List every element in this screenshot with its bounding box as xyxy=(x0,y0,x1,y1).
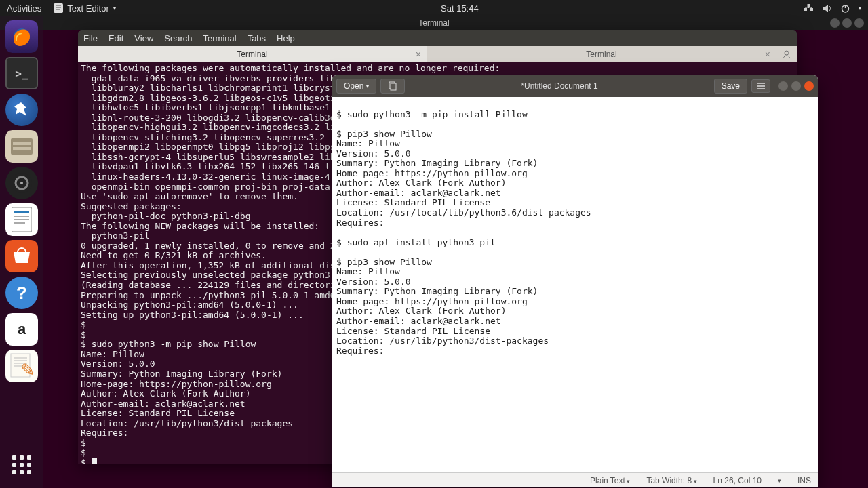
terminal-cursor xyxy=(92,458,97,464)
terminal-window-titlebar: Terminal xyxy=(0,16,868,30)
chevron-down-icon[interactable]: ▾ xyxy=(778,477,781,484)
text-cursor xyxy=(384,346,384,356)
dock: ? a xyxy=(0,16,43,488)
gedit-headerbar: Open▾ *Untitled Document 1 Save xyxy=(332,75,818,97)
close-icon[interactable]: × xyxy=(765,49,770,60)
maximize-button[interactable] xyxy=(842,18,852,28)
svg-rect-15 xyxy=(14,219,29,220)
chevron-down-icon[interactable]: ▾ xyxy=(859,5,861,12)
dock-thunderbird[interactable] xyxy=(5,94,38,126)
chevron-down-icon: ▾ xyxy=(366,83,369,89)
terminal-menubar: File Edit View Search Terminal Tabs Help xyxy=(78,30,797,46)
editor-textarea[interactable]: $ sudo python3 -m pip install Pillow $ p… xyxy=(332,97,818,472)
close-button[interactable] xyxy=(804,81,814,91)
dock-files[interactable] xyxy=(5,130,38,163)
dock-help[interactable]: ? xyxy=(5,277,38,309)
svg-rect-14 xyxy=(14,216,29,217)
network-icon[interactable] xyxy=(804,3,814,14)
dock-amazon[interactable]: a xyxy=(5,313,38,346)
gedit-window: Open▾ *Untitled Document 1 Save $ sudo p… xyxy=(332,75,818,487)
document-title: *Untitled Document 1 xyxy=(409,81,709,91)
close-icon[interactable]: × xyxy=(416,49,421,60)
terminal-tab-2[interactable]: Terminal × xyxy=(427,46,776,62)
new-document-icon xyxy=(388,81,397,91)
menu-file[interactable]: File xyxy=(83,33,98,43)
text-editor-icon xyxy=(54,3,63,13)
svg-rect-16 xyxy=(14,222,25,224)
svg-rect-3 xyxy=(808,4,810,7)
volume-icon[interactable] xyxy=(822,3,832,14)
menu-tabs[interactable]: Tabs xyxy=(248,33,266,43)
svg-rect-2 xyxy=(810,8,813,11)
menu-view[interactable]: View xyxy=(134,33,153,43)
top-panel: Activities Text Editor ▾ Sat 15:44 ▾ xyxy=(0,0,868,16)
minimize-button[interactable] xyxy=(830,18,840,28)
svg-rect-1 xyxy=(804,8,807,11)
menu-edit[interactable]: Edit xyxy=(108,33,123,43)
svg-rect-8 xyxy=(13,147,31,150)
gedit-statusbar: Plain Text Tab Width: 8 Ln 26, Col 10 ▾ … xyxy=(332,472,818,487)
maximize-button[interactable] xyxy=(791,81,801,91)
tab-width-selector[interactable]: Tab Width: 8 xyxy=(646,476,696,485)
menu-help[interactable]: Help xyxy=(277,33,295,43)
window-title: Terminal xyxy=(418,18,449,28)
tab-label: Terminal xyxy=(237,49,267,59)
svg-rect-0 xyxy=(54,3,63,13)
dock-ubuntu-software[interactable] xyxy=(5,240,38,272)
hamburger-icon xyxy=(756,82,766,90)
dock-rhythmbox[interactable] xyxy=(5,167,38,199)
dock-gedit[interactable] xyxy=(5,350,38,382)
terminal-tab-1[interactable]: Terminal × xyxy=(78,46,427,62)
dock-libreoffice-writer[interactable] xyxy=(5,203,38,236)
save-button[interactable]: Save xyxy=(714,79,747,94)
new-tab-button[interactable] xyxy=(380,79,405,94)
app-menu[interactable]: Text Editor ▾ xyxy=(54,3,115,14)
dock-terminal[interactable] xyxy=(5,57,38,89)
new-tab-button[interactable] xyxy=(776,46,797,62)
svg-rect-20 xyxy=(391,83,396,90)
clock[interactable]: Sat 15:44 xyxy=(116,3,804,14)
svg-rect-17 xyxy=(11,354,30,377)
terminal-tabbar: Terminal × Terminal × xyxy=(78,46,797,62)
dock-firefox[interactable] xyxy=(5,20,38,53)
svg-rect-6 xyxy=(11,138,33,155)
app-menu-label: Text Editor xyxy=(67,3,108,14)
insert-mode[interactable]: INS xyxy=(797,476,811,485)
menu-terminal[interactable]: Terminal xyxy=(203,33,237,43)
svg-point-11 xyxy=(20,182,23,184)
tab-label: Terminal xyxy=(586,49,616,59)
syntax-selector[interactable]: Plain Text xyxy=(590,476,630,485)
close-button[interactable] xyxy=(854,18,864,28)
dock-show-applications[interactable] xyxy=(5,449,38,481)
hamburger-menu[interactable] xyxy=(751,79,770,93)
power-icon[interactable] xyxy=(840,3,850,14)
minimize-button[interactable] xyxy=(778,81,788,91)
menu-search[interactable]: Search xyxy=(164,33,192,43)
open-button[interactable]: Open▾ xyxy=(336,79,376,94)
activities-button[interactable]: Activities xyxy=(7,3,41,14)
svg-rect-7 xyxy=(13,142,31,145)
svg-rect-13 xyxy=(14,211,29,214)
user-icon xyxy=(782,49,791,59)
cursor-position: Ln 26, Col 10 xyxy=(713,476,762,485)
svg-point-18 xyxy=(785,51,789,55)
